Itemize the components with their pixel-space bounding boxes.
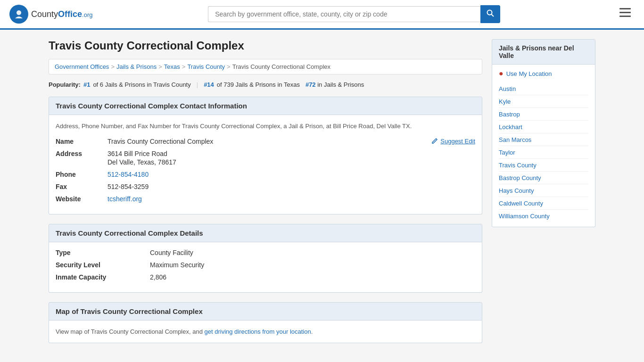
fax-row: Fax 512-854-3259 <box>56 183 475 190</box>
security-row: Security Level Maximum Security <box>56 261 475 269</box>
logo-icon <box>9 5 28 24</box>
contact-section: Address, Phone Number, and Fax Number fo… <box>49 115 482 214</box>
contact-section-header: Travis County Correctional Complex Conta… <box>49 97 482 115</box>
logo: CountyOffice.org <box>9 5 92 24</box>
popularity-rank2-text: of 739 Jails & Prisons in Texas <box>217 81 300 88</box>
breadcrumb: Government Offices > Jails & Prisons > T… <box>49 59 482 74</box>
link-bastrop[interactable]: Bastrop <box>499 111 520 118</box>
link-williamson-county[interactable]: Williamson County <box>499 213 550 220</box>
popularity-rank3: #72 <box>305 81 316 88</box>
breadcrumb-travis-county[interactable]: Travis County <box>187 63 225 70</box>
use-location-label: Use My Location <box>506 70 552 77</box>
link-san-marcos[interactable]: San Marcos <box>499 136 531 143</box>
svg-rect-6 <box>619 16 631 17</box>
link-austin[interactable]: Austin <box>499 85 516 92</box>
popularity-rank3-text: in Jails & Prisons <box>317 81 364 88</box>
svg-point-2 <box>487 10 492 15</box>
search-area <box>208 5 500 23</box>
main-wrapper: Travis County Correctional Complex Gover… <box>39 30 605 362</box>
use-my-location-link[interactable]: ● Use My Location <box>499 69 588 78</box>
address-value: 3614 Bill Price Road Del Valle, Texas, 7… <box>107 150 475 166</box>
map-description-end: . <box>311 328 313 335</box>
website-value: tcsheriff.org <box>107 195 475 203</box>
list-item-caldwell-county: Caldwell County <box>499 197 588 210</box>
link-hays-county[interactable]: Hays County <box>499 187 534 194</box>
link-kyle[interactable]: Kyle <box>499 98 511 105</box>
svg-point-1 <box>17 10 21 15</box>
svg-rect-5 <box>619 12 631 13</box>
breadcrumb-government-offices[interactable]: Government Offices <box>55 63 109 70</box>
breadcrumb-sep-3: > <box>182 63 186 70</box>
popularity-rank1: #1 <box>83 81 90 88</box>
logo-text: CountyOffice.org <box>31 9 92 19</box>
breadcrumb-sep-1: > <box>111 63 115 70</box>
map-description: View map of Travis County Correctional C… <box>56 327 475 337</box>
link-taylor[interactable]: Taylor <box>499 149 515 156</box>
list-item-williamson-county: Williamson County <box>499 210 588 222</box>
breadcrumb-jails-prisons[interactable]: Jails & Prisons <box>116 63 157 70</box>
fax-label: Fax <box>56 183 107 190</box>
list-item-taylor: Taylor <box>499 146 588 159</box>
svg-rect-4 <box>619 8 631 9</box>
capacity-label: Inmate Capacity <box>56 273 150 281</box>
list-item-austin: Austin <box>499 82 588 95</box>
breadcrumb-current: Travis County Correctional Complex <box>232 63 330 70</box>
driving-directions-link[interactable]: get driving directions from your locatio… <box>205 328 311 335</box>
address-line1: 3614 Bill Price Road <box>107 150 475 157</box>
location-icon: ● <box>499 69 504 78</box>
popularity-label: Popularity: <box>49 81 81 88</box>
list-item-kyle: Kyle <box>499 95 588 108</box>
website-row: Website tcsheriff.org <box>56 195 475 203</box>
list-item-san-marcos: San Marcos <box>499 133 588 146</box>
map-description-text: View map of Travis County Correctional C… <box>56 328 203 335</box>
type-label: Type <box>56 249 150 256</box>
address-label: Address <box>56 150 107 157</box>
nearby-locations-list: Austin Kyle Bastrop Lockhart San Marcos … <box>499 82 588 222</box>
svg-line-3 <box>492 15 494 17</box>
type-row: Type County Facility <box>56 249 475 256</box>
address-line2: Del Valle, Texas, 78617 <box>107 158 475 166</box>
link-travis-county[interactable]: Travis County <box>499 162 537 169</box>
popularity-rank1-text: of 6 Jails & Prisons in Travis County <box>93 81 190 88</box>
list-item-bastrop: Bastrop <box>499 108 588 121</box>
website-label: Website <box>56 195 107 203</box>
link-caldwell-county[interactable]: Caldwell County <box>499 200 543 207</box>
page-title: Travis County Correctional Complex <box>49 39 482 52</box>
link-lockhart[interactable]: Lockhart <box>499 123 522 131</box>
sidebar: Jails & Prisons near Del Valle ● Use My … <box>492 39 595 353</box>
address-row: Address 3614 Bill Price Road Del Valle, … <box>56 150 475 166</box>
type-value: County Facility <box>150 249 475 256</box>
search-button[interactable] <box>480 5 500 23</box>
site-header: CountyOffice.org <box>0 0 644 30</box>
list-item-bastrop-county: Bastrop County <box>499 172 588 184</box>
details-section: Type County Facility Security Level Maxi… <box>49 242 482 293</box>
contact-description: Address, Phone Number, and Fax Number fo… <box>56 122 475 131</box>
link-bastrop-county[interactable]: Bastrop County <box>499 174 541 181</box>
popularity-sep: | <box>197 81 198 88</box>
capacity-value: 2,806 <box>150 273 475 281</box>
phone-row: Phone 512-854-4180 <box>56 171 475 178</box>
breadcrumb-sep-2: > <box>158 63 162 70</box>
details-section-header: Travis County Correctional Complex Detai… <box>49 224 482 242</box>
list-item-travis-county: Travis County <box>499 159 588 172</box>
popularity-rank2: #14 <box>204 81 214 88</box>
map-section-header: Map of Travis County Correctional Comple… <box>49 302 482 321</box>
suggest-edit-button[interactable]: Suggest Edit <box>431 138 475 145</box>
phone-label: Phone <box>56 171 107 178</box>
name-row: Name Travis County Correctional Complex … <box>56 138 475 145</box>
name-label: Name <box>56 138 107 145</box>
sidebar-header: Jails & Prisons near Del Valle <box>492 39 595 65</box>
map-section: View map of Travis County Correctional C… <box>49 321 482 344</box>
breadcrumb-texas[interactable]: Texas <box>164 63 180 70</box>
breadcrumb-sep-4: > <box>227 63 231 70</box>
capacity-row: Inmate Capacity 2,806 <box>56 273 475 281</box>
popularity-bar: Popularity: #1 of 6 Jails & Prisons in T… <box>49 81 482 88</box>
phone-link[interactable]: 512-854-4180 <box>107 171 149 178</box>
popularity-rank3-wrapper: #72 in Jails & Prisons <box>305 81 364 88</box>
website-link[interactable]: tcsheriff.org <box>107 195 142 203</box>
search-input[interactable] <box>208 6 480 22</box>
security-label: Security Level <box>56 261 150 269</box>
name-value: Travis County Correctional Complex <box>107 138 431 145</box>
content-area: Travis County Correctional Complex Gover… <box>49 39 482 353</box>
menu-button[interactable] <box>616 6 635 22</box>
